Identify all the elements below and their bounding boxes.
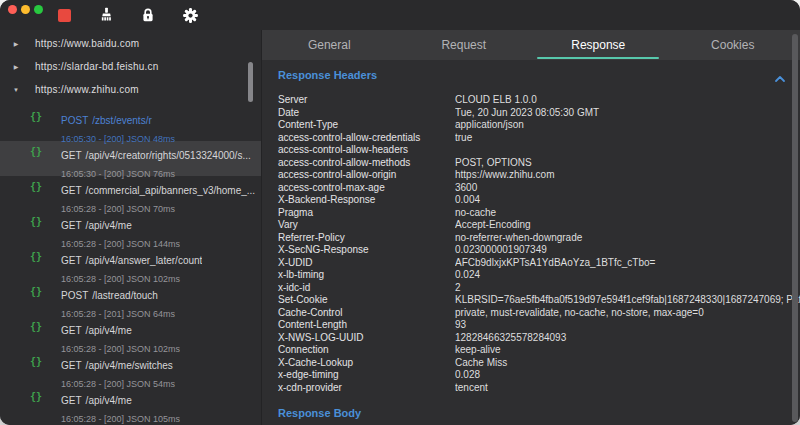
header-row: access-control-allow-credentials true — [278, 132, 800, 145]
request-method: GET — [61, 255, 82, 266]
header-row: Cache-Control private, must-revalidate, … — [278, 307, 800, 320]
request-title: GET/commercial_api/banners_v3/home_... — [61, 185, 255, 196]
settings-button[interactable] — [181, 6, 199, 24]
request-row[interactable]: {} GET/api/v4/me 16:05:28 - [200] JSON 1… — [0, 386, 262, 421]
json-braces-icon: {} — [30, 286, 42, 297]
response-body-section-title[interactable]: Response Body — [278, 407, 800, 419]
header-value: 3600 — [455, 182, 800, 195]
host-label: https://slardar-bd.feishu.cn — [35, 61, 158, 72]
header-key: X-Cache-Lookup — [278, 357, 455, 370]
detail-tab[interactable]: General — [262, 30, 397, 60]
header-row: X-UDID AFCb9dlxjxKPTsA1YdBAoYza_1BTfc_cT… — [278, 257, 800, 270]
header-row: access-control-max-age 3600 — [278, 182, 800, 195]
header-row: Vary Accept-Encoding — [278, 219, 800, 232]
detail-tab[interactable]: Request — [397, 30, 532, 60]
header-value: https://www.zhihu.com — [455, 169, 800, 182]
json-braces-icon: {} — [30, 391, 42, 402]
sidebar-scrollbar-thumb[interactable] — [248, 62, 253, 102]
host-tree: ▶ https://www.baidu.com ▶ https://slarda… — [0, 30, 262, 101]
header-key: access-control-allow-credentials — [278, 132, 455, 145]
toolbar — [55, 0, 199, 30]
disclosure-triangle-icon[interactable]: ▼ — [10, 87, 22, 93]
host-tree-item[interactable]: ▼ https://www.zhihu.com — [0, 78, 262, 101]
host-tree-item[interactable]: ▶ https://www.baidu.com — [0, 32, 262, 55]
request-path: /api/v4/answer_later/count — [86, 255, 203, 266]
request-method: GET — [61, 360, 82, 371]
request-meta: 16:05:28 - [200] JSON 105ms — [61, 414, 180, 424]
json-braces-icon: {} — [30, 321, 42, 332]
header-value: 12828466325578284093 — [455, 332, 800, 345]
header-row: X-NWS-LOG-UUID 12828466325578284093 — [278, 332, 800, 345]
header-key: access-control-allow-headers — [278, 144, 455, 157]
header-key: access-control-allow-methods — [278, 157, 455, 170]
header-row: Referrer-Policy no-referrer-when-downgra… — [278, 232, 800, 245]
host-label: https://www.baidu.com — [35, 38, 139, 49]
request-row[interactable]: {} POST/zbst/events/r 16:05:30 - [200] J… — [0, 106, 262, 141]
detail-tabbar: General Request Response Cookies — [262, 30, 800, 60]
disclosure-triangle-icon[interactable]: ▶ — [10, 63, 22, 70]
request-row[interactable]: {} GET/api/v4/answer_later/count 16:05:2… — [0, 246, 262, 281]
zoom-button[interactable] — [34, 5, 43, 14]
proxy-lock-button[interactable] — [139, 6, 157, 24]
header-key: Cache-Control — [278, 307, 455, 320]
header-value: 0.004 — [455, 194, 800, 207]
header-row: access-control-allow-methods POST, OPTIO… — [278, 157, 800, 170]
header-key: X-UDID — [278, 257, 455, 270]
header-row: access-control-allow-headers — [278, 144, 800, 157]
json-braces-icon: {} — [30, 356, 42, 367]
header-row: x-cdn-provider tencent — [278, 382, 800, 395]
request-row[interactable]: {} GET/api/v4/creator/rights/0513324000/… — [0, 141, 262, 176]
header-row: X-Cache-Lookup Cache Miss — [278, 357, 800, 370]
json-braces-icon: {} — [30, 111, 42, 122]
tab-label: Request — [441, 38, 486, 52]
tab-label: Cookies — [711, 38, 754, 52]
request-row[interactable]: {} GET/api/v4/me 16:05:28 - [200] JSON 1… — [0, 316, 262, 351]
request-method: POST — [61, 115, 88, 126]
detail-tab[interactable]: Cookies — [666, 30, 800, 60]
response-headers-section-title[interactable]: Response Headers — [278, 69, 800, 81]
host-tree-item[interactable]: ▶ https://slardar-bd.feishu.cn — [0, 55, 262, 78]
request-row[interactable]: {} POST/lastread/touch 16:05:28 - [201] … — [0, 281, 262, 316]
header-value: 0.023000001907349 — [455, 244, 800, 257]
record-square-icon — [58, 9, 71, 22]
json-braces-icon: {} — [30, 181, 42, 192]
request-sidebar: ▶ https://www.baidu.com ▶ https://slarda… — [0, 30, 262, 425]
host-label: https://www.zhihu.com — [35, 84, 139, 95]
request-meta: 16:05:28 - [201] JSON 64ms — [61, 309, 175, 319]
header-key: Pragma — [278, 207, 455, 220]
request-path: /zbst/events/r — [92, 115, 151, 126]
header-key: Connection — [278, 344, 455, 357]
disclosure-triangle-icon[interactable]: ▶ — [10, 40, 22, 47]
header-value: no-cache — [455, 207, 800, 220]
minimize-button[interactable] — [21, 5, 30, 14]
request-path: /api/v4/creator/rights/0513324000/s... — [86, 150, 251, 161]
request-meta: 16:05:28 - [200] JSON 102ms — [61, 344, 180, 354]
detail-scrollbar-thumb[interactable] — [792, 34, 798, 422]
header-key: Content-Length — [278, 319, 455, 332]
header-value: true — [455, 132, 800, 145]
clear-session-button[interactable] — [97, 6, 115, 24]
header-value: CLOUD ELB 1.0.0 — [455, 94, 800, 107]
close-button[interactable] — [8, 5, 17, 14]
header-value: AFCb9dlxjxKPTsA1YdBAoYza_1BTfc_cTbo= — [455, 257, 800, 270]
header-key: x-lb-timing — [278, 269, 455, 282]
record-stop-button[interactable] — [55, 6, 73, 24]
traffic-lights — [8, 5, 43, 14]
request-row[interactable]: {} GET/api/v4/me 16:05:28 - [200] JSON 1… — [0, 211, 262, 246]
chevron-up-icon[interactable] — [774, 70, 786, 80]
header-value: 2 — [455, 282, 800, 295]
header-key: Vary — [278, 219, 455, 232]
request-path: /commercial_api/banners_v3/home_... — [86, 185, 256, 196]
header-key: Referrer-Policy — [278, 232, 455, 245]
detail-tab[interactable]: Response — [531, 30, 666, 60]
gear-icon — [182, 7, 199, 24]
request-title: GET/api/v4/me/switches — [61, 360, 173, 371]
broom-icon — [98, 7, 115, 24]
request-row[interactable]: {} GET/commercial_api/banners_v3/home_..… — [0, 176, 262, 211]
header-row: Server CLOUD ELB 1.0.0 — [278, 94, 800, 107]
request-method: GET — [61, 325, 82, 336]
header-row: Set-Cookie KLBRSID=76ae5fb4fba0f519d97e5… — [278, 294, 800, 307]
header-row: Content-Length 93 — [278, 319, 800, 332]
request-row[interactable]: {} GET/api/v4/me/switches 16:05:28 - [20… — [0, 351, 262, 386]
header-value: 0.024 — [455, 269, 800, 282]
